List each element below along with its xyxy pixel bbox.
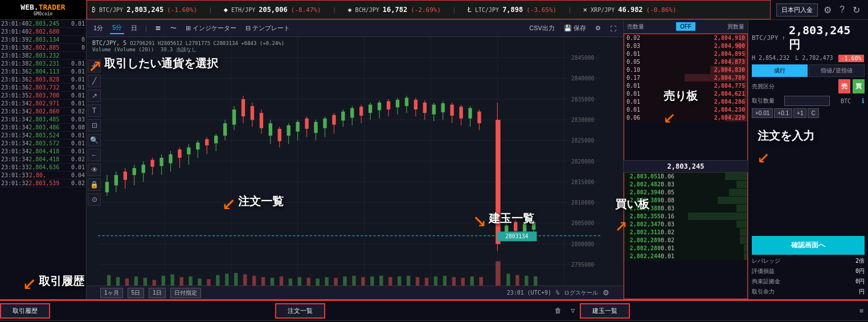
confirm-order-button[interactable]: 確認画面へ bbox=[752, 236, 865, 255]
trade-history-row[interactable]: 23:01:32 2,803,539 0.02 bbox=[0, 180, 86, 188]
filter-icon[interactable]: ▽ bbox=[566, 307, 579, 315]
trade-history-row[interactable]: 23:01:34 2,803,572 0.01 bbox=[0, 140, 86, 148]
ask-row[interactable]: 0.01 2,804,621 bbox=[624, 90, 747, 98]
qty-clear-button[interactable]: C bbox=[808, 108, 818, 118]
ob-toggle-button[interactable]: OFF bbox=[676, 22, 695, 31]
trade-history-row[interactable]: 23:01:40 2,803,245 0.01 bbox=[0, 20, 86, 28]
bid-row[interactable]: 2,802,355 0.16 bbox=[624, 213, 747, 221]
trade-history-row[interactable]: 23:01:36 2,803,828 0.01 bbox=[0, 76, 86, 84]
qty-info-icon[interactable]: ℹ bbox=[862, 97, 865, 105]
trade-history-row[interactable]: 23:01:34 2,803,485 0.03 bbox=[0, 116, 86, 124]
settings-button[interactable]: ⚙ bbox=[821, 3, 834, 17]
chart-wave-button[interactable]: 〜 bbox=[168, 23, 179, 34]
trade-history-row[interactable]: 23:01:34 2,804,418 0.02 bbox=[0, 156, 86, 164]
trade-history-row[interactable]: 23:01:34 2,802,971 0.01 bbox=[0, 100, 86, 108]
orders-tab-button[interactable]: 注文一覧 bbox=[275, 303, 325, 319]
period-1day[interactable]: 1日 bbox=[149, 288, 166, 298]
jpy-deposit-button[interactable]: 日本円入金 bbox=[776, 3, 818, 17]
ask-row[interactable]: 0.01 2,804,895 bbox=[624, 50, 747, 58]
ask-row[interactable]: 0.02 2,804,910 bbox=[624, 34, 747, 42]
tool-lock[interactable]: 🔒 bbox=[88, 178, 101, 191]
ask-row[interactable]: 0.17 2,804,789 bbox=[624, 74, 747, 82]
bid-row[interactable]: 2,802,482 0.03 bbox=[624, 181, 747, 189]
history-tab-button[interactable]: 取引履歴 bbox=[0, 303, 50, 319]
trade-history-row[interactable]: 23:01:34 2,802,860 0.02 bbox=[0, 108, 86, 116]
chart-type-button[interactable]: 〓 bbox=[153, 23, 163, 34]
trade-vol: 0 bbox=[59, 36, 85, 43]
trade-history-row[interactable]: 23:01:35 2,803,700 0.01 bbox=[0, 92, 86, 100]
qty-plus1-button[interactable]: +1 bbox=[793, 108, 806, 118]
refresh-button[interactable]: ↻ bbox=[850, 3, 862, 17]
ask-row[interactable]: 0.03 2,804,900 bbox=[624, 42, 747, 50]
trade-history-row[interactable]: 23:01:33 2,80, 0.04 bbox=[0, 172, 86, 180]
buy-button[interactable]: 買 bbox=[853, 79, 865, 93]
trade-history-row[interactable]: 23:01:38 2,803,232 bbox=[0, 52, 86, 60]
period-5days[interactable]: 5日 bbox=[128, 288, 145, 298]
bid-row[interactable]: 2,802,289 0.02 bbox=[624, 237, 747, 244]
ask-row[interactable]: 0.01 2,804,775 bbox=[624, 82, 747, 90]
qty-input[interactable] bbox=[784, 96, 830, 106]
ticker-btc-jpy[interactable]: ₿ BTC/JPY 2,803,245 (-1.60%) bbox=[92, 6, 197, 14]
qty-plus01-button[interactable]: +0.1 bbox=[774, 108, 792, 118]
trade-history-row[interactable]: 23:01:34 2,803,486 0.08 bbox=[0, 124, 86, 132]
trade-history-row[interactable]: 23:01:39 2,803,134 0 bbox=[0, 36, 86, 44]
ask-row[interactable]: 0.06 2,804,229 bbox=[624, 114, 747, 122]
bid-row[interactable]: 2,802,347 0.03 bbox=[624, 221, 747, 229]
bid-row[interactable]: 2,802,311 0.02 bbox=[624, 229, 747, 237]
ticker-ltc-jpy[interactable]: Ł LTC/JPY 7,898 (-3.65%) bbox=[468, 6, 557, 14]
tool-text[interactable]: T bbox=[88, 104, 101, 117]
tool-line[interactable]: ╱ bbox=[88, 75, 101, 87]
tool-eye[interactable]: 👁 bbox=[88, 164, 101, 176]
template-button[interactable]: ⊟ テンプレート bbox=[243, 23, 292, 34]
ticker-eth-jpy[interactable]: ◆ ETH/JPY 205,006 (-8.47%) bbox=[224, 6, 321, 14]
delete-icon[interactable]: 🗑 bbox=[550, 307, 566, 315]
tf-5min-button[interactable]: 5分 bbox=[110, 22, 124, 34]
trade-history-row[interactable]: 23:01:40 2,802,680 bbox=[0, 28, 86, 36]
table-settings-icon[interactable]: ≡ bbox=[855, 307, 868, 315]
tool-back[interactable]: ← bbox=[88, 149, 101, 161]
trade-history-row[interactable]: 23:01:36 2,803,732 0.01 bbox=[0, 84, 86, 92]
ask-row[interactable]: 0.10 2,804,830 bbox=[624, 66, 747, 74]
trade-history-row[interactable]: 23:01:34 2,803,524 0.01 bbox=[0, 132, 86, 140]
tool-magnet[interactable]: ⊙ bbox=[88, 193, 101, 206]
csv-export-button[interactable]: CSV出力 bbox=[527, 23, 557, 34]
period-date-specify[interactable]: 日付指定 bbox=[170, 288, 201, 298]
bid-row[interactable]: 2,802,244 0.01 bbox=[624, 252, 747, 260]
trade-history-row[interactable]: 23:01:36 2,804,113 0.01 bbox=[0, 68, 86, 76]
positions-tab-button[interactable]: 建玉一覧 bbox=[580, 303, 630, 319]
tab-limit-order[interactable]: 指値/逆指値 bbox=[809, 64, 865, 77]
help-button[interactable]: ? bbox=[837, 3, 847, 16]
ticker-bch-jpy[interactable]: ◈ BCH/JPY 16,782 (-2.69%) bbox=[347, 6, 441, 14]
tool-crosshair[interactable]: ✛ bbox=[88, 60, 101, 72]
bid-row[interactable]: 2,802,394 0.05 bbox=[624, 189, 747, 197]
chart-settings-bottom[interactable]: ⚙ bbox=[603, 288, 609, 297]
ask-row[interactable]: 0.05 2,804,873 bbox=[624, 58, 747, 66]
bid-row[interactable]: 2,802,389 0.08 bbox=[624, 197, 747, 205]
save-button[interactable]: 💾 保存 bbox=[562, 23, 588, 34]
trade-history-row[interactable]: 23:01:38 2,803,231 0.01 bbox=[0, 60, 86, 68]
bid-row[interactable]: 2,802,388 0.03 bbox=[624, 205, 747, 213]
ticker-name: ETH/JPY bbox=[231, 7, 255, 13]
tab-market-order[interactable]: 成行 bbox=[752, 64, 808, 77]
trade-history-row[interactable]: 23:01:33 2,804,636 0.01 bbox=[0, 164, 86, 172]
trade-history-row[interactable]: 23:01:34 2,804,418 0.01 bbox=[0, 148, 86, 156]
tf-day-button[interactable]: 日 bbox=[129, 23, 140, 34]
trade-time: 23:01:34 bbox=[1, 156, 28, 162]
bid-row[interactable]: 2,802,280 0.01 bbox=[624, 244, 747, 252]
trade-history-row[interactable]: 23:01:38 2,802,885 0 bbox=[0, 44, 86, 52]
period-1month[interactable]: 1ヶ月 bbox=[100, 288, 123, 298]
tool-zoom[interactable]: 🔍 bbox=[88, 134, 101, 146]
tool-measure[interactable]: ⊡ bbox=[88, 119, 101, 132]
qty-plus001-button[interactable]: +0.01 bbox=[752, 108, 773, 118]
indicators-button[interactable]: ⊞ インジケーター bbox=[183, 23, 239, 34]
chart-fullscreen-button[interactable]: ⛶ bbox=[608, 24, 619, 33]
chart-settings-button[interactable]: ⚙ bbox=[593, 23, 603, 33]
bid-price: 2,802,482 bbox=[627, 181, 661, 188]
bid-row[interactable]: 2,803,051 0.06 bbox=[624, 173, 747, 181]
ticker-xrp-jpy[interactable]: ✕ XRP/JPY 46.982 (-0.86%) bbox=[583, 6, 677, 14]
ask-row[interactable]: 0.01 2,804,230 bbox=[624, 106, 747, 114]
ask-row[interactable]: 0.01 2,804,286 bbox=[624, 98, 747, 106]
sell-button[interactable]: 売 bbox=[838, 79, 850, 93]
tf-1min-button[interactable]: 1分 bbox=[91, 23, 105, 34]
tool-arrow[interactable]: ↗ bbox=[88, 89, 101, 102]
